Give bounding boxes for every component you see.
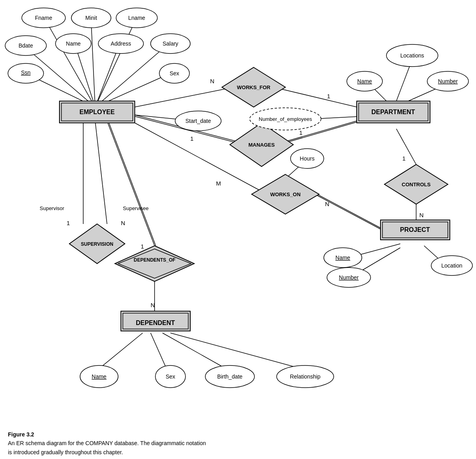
svg-text:DEPENDENTS_OF: DEPENDENTS_OF	[134, 257, 175, 263]
svg-text:Locations: Locations	[400, 52, 424, 59]
svg-text:1: 1	[299, 129, 302, 136]
svg-text:Ssn: Ssn	[21, 69, 31, 76]
svg-text:1: 1	[141, 243, 144, 250]
figure-caption: Figure 3.2 An ER schema diagram for the …	[8, 430, 206, 457]
svg-text:N: N	[210, 78, 214, 84]
svg-text:Location: Location	[442, 262, 463, 269]
svg-text:EMPLOYEE: EMPLOYEE	[80, 109, 115, 115]
svg-line-24	[317, 194, 380, 228]
svg-text:Number_of_employees: Number_of_employees	[259, 116, 312, 122]
svg-marker-61	[118, 249, 191, 278]
svg-text:Number: Number	[339, 274, 359, 281]
svg-line-37	[170, 333, 301, 369]
svg-text:CONTROLS: CONTROLS	[402, 182, 431, 187]
svg-text:Salary: Salary	[162, 40, 178, 47]
svg-text:SUPERVISION: SUPERVISION	[81, 241, 113, 247]
svg-text:N: N	[151, 302, 155, 308]
svg-line-27	[357, 248, 400, 273]
svg-line-1	[91, 22, 95, 107]
svg-text:Supervisor: Supervisor	[40, 205, 65, 211]
svg-text:DEPENDENT: DEPENDENT	[136, 319, 175, 326]
svg-line-31	[107, 121, 155, 246]
caption-line1: An ER schema diagram for the COMPANY dat…	[8, 439, 206, 448]
svg-text:1: 1	[402, 155, 405, 162]
svg-text:WORKS_ON: WORKS_ON	[270, 191, 301, 197]
svg-text:1: 1	[327, 93, 330, 99]
svg-text:1: 1	[190, 135, 193, 142]
svg-line-10	[273, 87, 357, 107]
svg-line-22	[135, 123, 260, 190]
svg-text:N: N	[121, 220, 125, 226]
svg-text:Supervisee: Supervisee	[123, 205, 149, 211]
svg-line-30	[95, 121, 107, 224]
svg-line-20	[396, 129, 416, 164]
svg-text:WORKS_FOR: WORKS_FOR	[237, 84, 271, 90]
svg-text:Start_date: Start_date	[185, 118, 211, 124]
svg-text:PROJECT: PROJECT	[400, 226, 430, 233]
svg-text:M: M	[216, 180, 221, 187]
svg-text:Number: Number	[438, 78, 458, 84]
svg-text:Name: Name	[66, 40, 81, 47]
svg-text:Sex: Sex	[170, 70, 179, 76]
svg-text:Birth_date: Birth_date	[217, 373, 243, 380]
svg-text:DEPARTMENT: DEPARTMENT	[371, 109, 415, 115]
svg-line-9	[135, 87, 234, 107]
svg-text:MANAGES: MANAGES	[249, 142, 275, 148]
svg-text:1: 1	[67, 220, 70, 226]
svg-text:N: N	[325, 201, 329, 207]
svg-text:Name: Name	[357, 78, 372, 84]
svg-line-36	[162, 333, 226, 369]
svg-text:Minit: Minit	[85, 15, 97, 21]
caption-line2: is introduced gradually throughout this …	[8, 448, 206, 457]
svg-text:N: N	[419, 212, 424, 218]
svg-text:Sex: Sex	[166, 373, 175, 380]
svg-text:Relationship: Relationship	[290, 373, 320, 380]
svg-text:Name: Name	[92, 373, 107, 380]
svg-line-6	[95, 46, 166, 107]
svg-text:Name: Name	[335, 254, 350, 261]
svg-text:Fname: Fname	[35, 15, 52, 21]
svg-text:Lname: Lname	[128, 15, 145, 21]
figure-title: Figure 3.2	[8, 430, 206, 439]
svg-line-35	[151, 333, 166, 369]
svg-line-34	[99, 333, 143, 369]
svg-text:Hours: Hours	[300, 155, 314, 162]
svg-line-32	[108, 121, 156, 246]
svg-text:Address: Address	[111, 40, 131, 47]
svg-line-4	[75, 46, 95, 107]
svg-text:Bdate: Bdate	[19, 42, 33, 49]
